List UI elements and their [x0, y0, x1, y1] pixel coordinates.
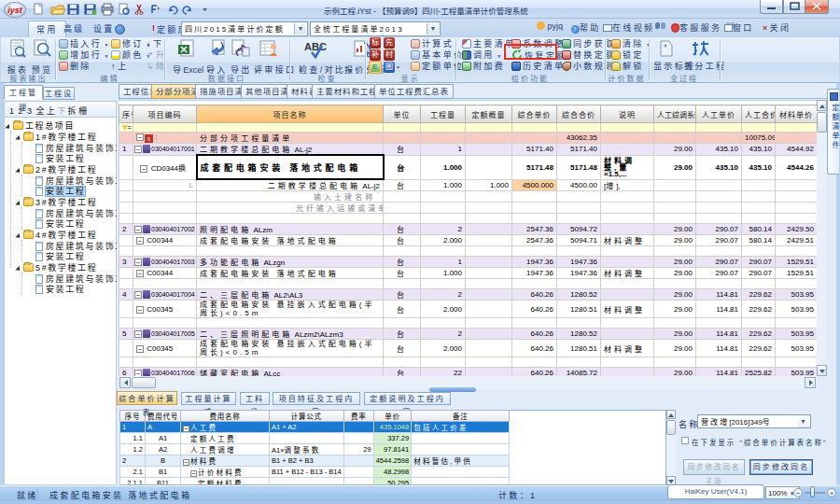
svg-text:ABC: ABC: [304, 41, 327, 52]
